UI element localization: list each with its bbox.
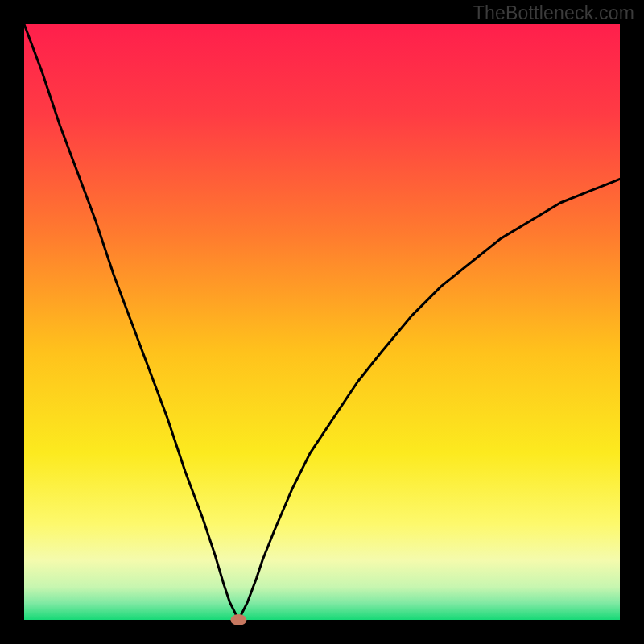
chart-container: TheBottleneck.com [0,0,644,644]
watermark-text: TheBottleneck.com [473,2,634,24]
optimal-marker [230,614,246,625]
bottleneck-chart [0,0,644,644]
plot-area [24,24,620,620]
